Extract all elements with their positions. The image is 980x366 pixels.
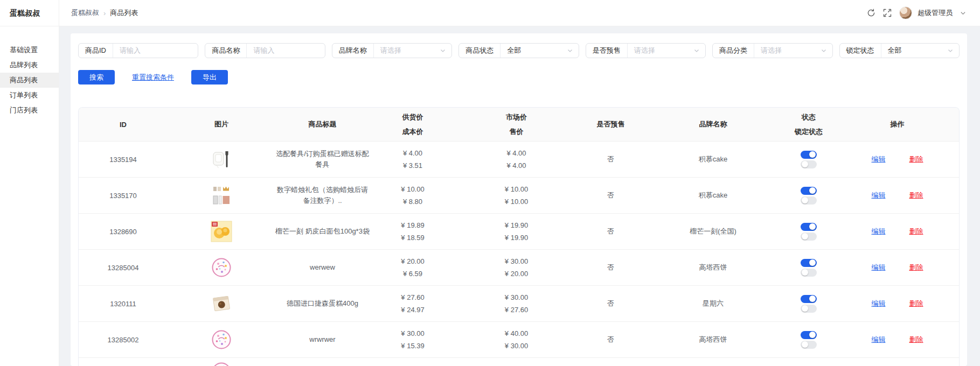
brand-name-select[interactable]: 请选择: [374, 46, 440, 55]
chevron-down-icon: [821, 47, 827, 54]
filter-product-name[interactable]: 商品名称 请输入: [205, 43, 325, 58]
edit-link[interactable]: 编辑: [872, 263, 886, 272]
sidebar: 蛋糕叔叔 基础设置 品牌列表 商品列表 订单列表 门店列表: [0, 0, 59, 366]
col-image: 图片: [168, 119, 275, 129]
cell-title: 榴芒一刻 奶皮白面包100g*3袋: [275, 226, 370, 237]
status-toggle[interactable]: [801, 187, 817, 195]
pink-round-cake-image: [211, 361, 232, 366]
product-name-input[interactable]: 请输入: [247, 46, 324, 55]
delete-link[interactable]: 删除: [909, 335, 923, 344]
cell-actions: 编辑 删除: [836, 191, 959, 200]
chevron-down-icon: [947, 47, 954, 54]
cell-actions: 编辑 删除: [836, 299, 959, 308]
edit-link[interactable]: 编辑: [872, 227, 886, 236]
col-title: 商品标题: [275, 119, 370, 129]
cell-image: [168, 185, 275, 206]
lock-toggle[interactable]: [801, 233, 817, 241]
lock-toggle[interactable]: [801, 269, 817, 277]
cell-market-sale: ¥ 40.00¥ 30.00: [456, 329, 577, 350]
cell-image: [168, 329, 275, 350]
col-supply-cost: 供货价 成本价: [370, 112, 456, 137]
delete-link[interactable]: 删除: [909, 263, 923, 272]
cell-title: wrwrwer: [275, 334, 370, 345]
cell-id: 13285004: [79, 264, 168, 272]
chevron-down-icon: [440, 47, 446, 54]
number-candles-gift-image: [211, 185, 232, 206]
cell-toggles: [782, 187, 836, 205]
cell-supply-cost: ¥ 10.00¥ 8.80: [370, 185, 456, 206]
filter-product-status[interactable]: 商品状态 全部: [458, 43, 579, 58]
category-select[interactable]: 请选择: [754, 46, 820, 55]
cell-image: [168, 293, 275, 314]
content-card: 商品ID 请输入 商品名称 请输入 品牌名称 请选择 商品状态 全部: [71, 33, 967, 366]
product-id-input[interactable]: 请输入: [113, 46, 198, 55]
product-list-page: 蛋糕叔叔 基础设置 品牌列表 商品列表 订单列表 门店列表 蛋糕叔叔 › 商品列…: [0, 0, 980, 366]
user-name[interactable]: 超级管理员: [918, 8, 953, 18]
status-toggle[interactable]: [801, 151, 817, 159]
cell-toggles: [782, 259, 836, 277]
col-action: 操作: [836, 119, 959, 129]
cell-id: 1320111: [79, 300, 168, 308]
cell-image: [168, 361, 275, 366]
edit-link[interactable]: 编辑: [872, 191, 886, 200]
status-toggle[interactable]: [801, 259, 817, 267]
sidebar-item-basic-settings[interactable]: 基础设置: [0, 43, 59, 58]
cell-id: 1335194: [79, 156, 168, 164]
cell-actions: 编辑 删除: [836, 154, 959, 164]
presale-select[interactable]: 请选择: [628, 46, 693, 55]
col-presale: 是否预售: [577, 119, 644, 129]
edit-link[interactable]: 编辑: [872, 299, 886, 308]
search-button[interactable]: 搜索: [78, 70, 115, 85]
filter-category[interactable]: 商品分类 请选择: [712, 43, 832, 58]
delete-link[interactable]: 删除: [909, 227, 923, 236]
breadcrumb: 蛋糕叔叔 › 商品列表: [71, 8, 138, 18]
cell-supply-cost: ¥ 30.00¥ 15.39: [370, 329, 456, 350]
sidebar-item-order-list[interactable]: 订单列表: [0, 88, 59, 103]
status-toggle[interactable]: [801, 331, 817, 339]
reset-search-link[interactable]: 重置搜索条件: [132, 73, 174, 82]
cell-title: 选配餐具/订购蛋糕已赠送标配餐具: [275, 149, 370, 170]
boxed-cake-package-image: [211, 293, 232, 314]
cell-supply-cost: ¥ 27.60¥ 24.97: [370, 293, 456, 314]
cell-actions: 编辑 删除: [836, 227, 959, 236]
cell-toggles: [782, 151, 836, 168]
delete-link[interactable]: 删除: [909, 154, 923, 164]
table-row: 1335170 数字蜡烛礼包（选购蜡烛后请备注数字）.. ¥ 10.00¥ 8.…: [79, 177, 959, 213]
sidebar-item-brand-list[interactable]: 品牌列表: [0, 58, 59, 73]
col-brand: 品牌名称: [644, 119, 782, 129]
table-row: 13285004 werwew ¥ 20.00¥ 6.59 ¥ 30.00¥ 2…: [79, 249, 959, 285]
export-button[interactable]: 导出: [191, 70, 228, 85]
cell-presale: 否: [577, 263, 644, 272]
cell-title: werwew: [275, 262, 370, 273]
delete-link[interactable]: 删除: [909, 191, 923, 200]
filter-product-id[interactable]: 商品ID 请输入: [78, 43, 198, 58]
fullscreen-icon[interactable]: [883, 9, 892, 17]
filter-label: 是否预售: [586, 44, 628, 58]
sidebar-item-product-list[interactable]: 商品列表: [0, 73, 59, 88]
lock-toggle[interactable]: [801, 305, 817, 313]
filter-presale[interactable]: 是否预售 请选择: [586, 43, 706, 58]
filter-lock-status[interactable]: 锁定状态 全部: [839, 43, 960, 58]
delete-link[interactable]: 删除: [909, 299, 923, 308]
lock-toggle[interactable]: [801, 196, 817, 205]
edit-link[interactable]: 编辑: [872, 154, 886, 164]
product-status-select[interactable]: 全部: [501, 46, 566, 55]
lock-toggle[interactable]: [801, 160, 817, 168]
breadcrumb-root[interactable]: 蛋糕叔叔: [71, 8, 99, 18]
sidebar-item-store-list[interactable]: 门店列表: [0, 103, 59, 118]
top-actions: 超级管理员: [867, 6, 966, 19]
refresh-icon[interactable]: [867, 9, 875, 17]
lock-toggle[interactable]: [801, 341, 817, 349]
cell-id: 13285002: [79, 336, 168, 344]
user-avatar[interactable]: [899, 6, 912, 19]
col-market-sale: 市场价 售价: [456, 112, 577, 137]
status-toggle[interactable]: [801, 223, 817, 231]
cell-brand: 积慕cake: [644, 191, 782, 200]
filter-brand-name[interactable]: 品牌名称 请选择: [332, 43, 452, 58]
breadcrumb-current: 商品列表: [110, 8, 138, 18]
edit-link[interactable]: 编辑: [872, 335, 886, 344]
chevron-down-icon: [567, 47, 573, 54]
lock-status-select[interactable]: 全部: [881, 46, 947, 55]
cell-market-sale: ¥ 4.00¥ 4.00: [456, 149, 577, 170]
status-toggle[interactable]: [801, 295, 817, 303]
